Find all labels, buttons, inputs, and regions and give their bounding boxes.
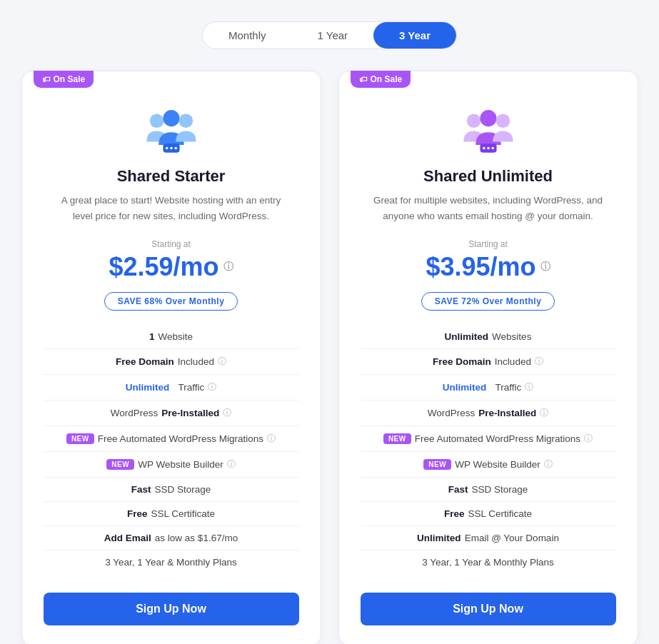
svg-point-6	[174, 147, 177, 150]
billing-toggle[interactable]: Monthly 1 Year 3 Year	[202, 21, 457, 49]
list-item: Free SSL Certificate	[361, 502, 616, 526]
list-item: 1 Website	[44, 325, 299, 349]
feat-bold: Pre-Installed	[478, 408, 536, 418]
svg-point-5	[170, 147, 173, 150]
list-item: Fast SSD Storage	[44, 478, 299, 502]
shared-starter-features: 1 WebsiteFree Domain Included ⓘUnlimited…	[44, 325, 299, 574]
help-icon[interactable]: ⓘ	[223, 407, 231, 419]
feat-bold: Fast	[131, 484, 151, 495]
help-icon[interactable]: ⓘ	[544, 458, 553, 471]
list-item: Fast SSD Storage	[361, 478, 616, 502]
list-item: Free Domain Included ⓘ	[361, 349, 616, 375]
list-item: 3 Year, 1 Year & Monthly Plans	[361, 550, 616, 574]
shared-unlimited-pricing-label: Starting at	[361, 239, 616, 249]
svg-point-0	[149, 114, 164, 128]
shared-starter-save-badge: SAVE 68% Over Monthly	[104, 292, 238, 311]
feat-blue: Unlimited	[443, 382, 487, 393]
new-badge: NEW	[423, 459, 451, 470]
help-icon[interactable]: ⓘ	[540, 407, 548, 419]
list-item: NEW WP Website Builder ⓘ	[44, 452, 299, 478]
svg-point-12	[487, 147, 490, 150]
help-icon[interactable]: ⓘ	[535, 356, 543, 368]
feat-bold: Free Domain	[116, 356, 174, 367]
shared-starter-description: A great place to start! Website hosting …	[44, 193, 299, 223]
feat-bold: Unlimited	[445, 331, 489, 342]
svg-point-13	[491, 147, 494, 150]
tab-3year[interactable]: 3 Year	[373, 22, 456, 49]
new-badge: NEW	[383, 433, 411, 444]
tab-monthly[interactable]: Monthly	[203, 22, 292, 49]
shared-starter-pricing-label: Starting at	[44, 239, 299, 249]
feat-bold: Free	[127, 508, 148, 519]
shared-starter-price: $2.59/moⓘ	[44, 252, 299, 282]
list-item: Unlimited Traffic ⓘ	[361, 375, 616, 401]
list-item: WordPress Pre-Installed ⓘ	[44, 401, 299, 426]
shared-starter-icon	[44, 106, 299, 156]
new-badge: NEW	[106, 459, 134, 470]
svg-point-9	[495, 114, 510, 128]
tab-1year[interactable]: 1 Year	[292, 22, 374, 49]
on-sale-badge: On Sale	[34, 71, 94, 88]
feat-bold: 1	[149, 331, 155, 342]
card-shared-unlimited: On Sale Shared UnlimitedGreat for multip…	[338, 71, 638, 644]
shared-unlimited-signup-button[interactable]: Sign Up Now	[361, 593, 616, 625]
help-icon[interactable]: ⓘ	[584, 433, 593, 445]
shared-starter-signup-button[interactable]: Sign Up Now	[44, 593, 299, 625]
svg-point-7	[466, 114, 481, 128]
list-item: NEW WP Website Builder ⓘ	[361, 452, 616, 478]
feat-bold: Free Domain	[433, 356, 491, 367]
svg-point-2	[178, 114, 193, 128]
help-icon[interactable]: ⓘ	[267, 433, 276, 445]
svg-point-4	[166, 147, 168, 150]
svg-point-1	[163, 110, 179, 126]
svg-point-8	[480, 110, 496, 126]
feat-bold: Free	[444, 508, 465, 519]
feat-bold: Fast	[448, 484, 468, 495]
feat-bold: Pre-Installed	[161, 408, 219, 418]
feat-bold: Unlimited	[417, 533, 461, 543]
on-sale-badge: On Sale	[351, 71, 411, 88]
shared-unlimited-save-badge: SAVE 72% Over Monthly	[421, 292, 555, 311]
help-icon[interactable]: ⓘ	[208, 381, 216, 393]
list-item: Unlimited Traffic ⓘ	[44, 375, 299, 401]
shared-unlimited-description: Great for multiple websites, including W…	[361, 193, 616, 223]
help-icon[interactable]: ⓘ	[227, 458, 236, 471]
help-icon[interactable]: ⓘ	[525, 381, 533, 393]
shared-unlimited-price: $3.95/moⓘ	[361, 252, 616, 282]
shared-starter-price-value: $2.59/mo	[109, 252, 218, 282]
list-item: 3 Year, 1 Year & Monthly Plans	[44, 550, 299, 574]
list-item: Free SSL Certificate	[44, 502, 299, 526]
list-item: WordPress Pre-Installed ⓘ	[361, 401, 616, 426]
card-shared-starter: On Sale Shared StarterA great place to s…	[21, 71, 321, 644]
list-item: Unlimited Websites	[361, 325, 616, 349]
list-item: Add Email as low as $1.67/mo	[44, 526, 299, 550]
list-item: NEW Free Automated WordPress Migrations …	[44, 426, 299, 452]
shared-unlimited-title: Shared Unlimited	[361, 167, 616, 186]
cards-container: On Sale Shared StarterA great place to s…	[14, 71, 645, 644]
list-item: Unlimited Email @ Your Domain	[361, 526, 616, 550]
list-item: NEW Free Automated WordPress Migrations …	[361, 426, 616, 452]
new-badge: NEW	[66, 433, 94, 444]
feat-blue: Unlimited	[126, 382, 170, 393]
svg-point-11	[483, 147, 486, 150]
shared-starter-price-help[interactable]: ⓘ	[223, 261, 233, 273]
help-icon[interactable]: ⓘ	[218, 356, 226, 368]
feat-bold: Add Email	[104, 533, 151, 543]
shared-unlimited-features: Unlimited WebsitesFree Domain Included ⓘ…	[361, 325, 616, 574]
list-item: Free Domain Included ⓘ	[44, 349, 299, 375]
shared-starter-title: Shared Starter	[44, 167, 299, 186]
shared-unlimited-price-value: $3.95/mo	[426, 252, 535, 282]
shared-unlimited-price-help[interactable]: ⓘ	[540, 261, 550, 273]
shared-unlimited-icon	[361, 106, 616, 156]
